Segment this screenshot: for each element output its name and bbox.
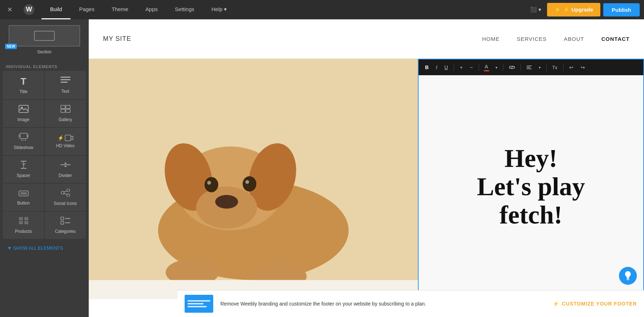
svg-rect-38 — [61, 217, 64, 220]
tab-build[interactable]: Build — [42, 0, 70, 19]
title-icon: T — [21, 76, 26, 87]
gallery-icon — [60, 105, 70, 115]
button-icon — [19, 189, 29, 198]
text-editor-panel[interactable]: B I U + − A ▾ — [418, 59, 644, 299]
nav-services[interactable]: SERVICES — [517, 36, 547, 42]
svg-point-48 — [215, 195, 238, 208]
svg-rect-9 — [66, 105, 70, 109]
toolbar-plus[interactable]: + — [457, 62, 465, 72]
nav-home[interactable]: HOME — [482, 36, 500, 42]
toolbar-bold[interactable]: B — [422, 62, 431, 72]
svg-rect-12 — [20, 133, 27, 139]
hd-video-label: HD Video — [56, 143, 74, 148]
toolbar-separator-5 — [546, 64, 547, 71]
new-badge: NEW — [5, 44, 17, 49]
publish-button[interactable]: Publish — [603, 3, 640, 16]
svg-point-50 — [243, 176, 256, 192]
element-hd-video[interactable]: ⚡ HD Video — [45, 128, 86, 155]
svg-marker-25 — [64, 162, 67, 164]
device-selector[interactable]: ⬛ ▾ — [525, 6, 547, 13]
color-indicator — [484, 70, 489, 71]
footer-lightning-icon: ⚡ — [553, 301, 559, 307]
tab-settings[interactable]: Settings — [166, 0, 203, 19]
categories-icon — [60, 217, 70, 227]
svg-rect-4 — [60, 79, 70, 80]
sidebar-section-item[interactable]: NEW Section — [0, 19, 89, 60]
svg-rect-3 — [60, 77, 70, 78]
site-header: MY SITE HOME SERVICES ABOUT CONTACT — [89, 19, 644, 59]
title-label: Title — [19, 89, 27, 94]
image-label: Image — [18, 117, 29, 122]
toolbar-color-chevron[interactable]: ▾ — [493, 63, 500, 72]
toolbar-align[interactable] — [524, 63, 535, 72]
svg-rect-60 — [627, 279, 629, 280]
toolbar-undo[interactable]: ↩ — [566, 62, 576, 72]
element-spacer[interactable]: Spacer — [3, 156, 44, 183]
element-divider[interactable]: Divider — [45, 156, 86, 183]
element-slideshow[interactable]: Slideshow — [3, 128, 44, 155]
social-icons-label: Social Icons — [54, 201, 77, 206]
element-social-icons[interactable]: Social Icons — [45, 184, 86, 211]
tab-theme[interactable]: Theme — [103, 0, 137, 19]
hero-section: B I U + − A ▾ — [89, 59, 644, 299]
toolbar-color[interactable]: A — [482, 62, 491, 73]
tab-apps[interactable]: Apps — [137, 0, 166, 19]
tab-help[interactable]: Help ▾ — [203, 0, 235, 19]
footer-message: Remove Weebly branding and customize the… — [220, 301, 546, 307]
element-image[interactable]: Image — [3, 100, 44, 127]
show-all-elements-button[interactable]: ▼ SHOW ALL ELEMENTS — [0, 240, 89, 256]
element-title[interactable]: T Title — [3, 71, 44, 99]
lightbulb-button[interactable] — [619, 267, 637, 285]
main-layout: NEW Section INDIVIDUAL ELEMENTS T Title — [0, 19, 644, 317]
element-button[interactable]: Button — [3, 184, 44, 211]
element-gallery[interactable]: Gallery — [45, 100, 86, 127]
svg-line-32 — [64, 191, 67, 192]
customize-footer-button[interactable]: ⚡ CUSTOMIZE YOUR FOOTER — [553, 301, 637, 307]
spacer-label: Spacer — [16, 173, 30, 178]
toolbar-clear-format[interactable]: Tx — [550, 63, 560, 72]
svg-rect-5 — [60, 82, 68, 83]
toolbar-align-chevron[interactable]: ▾ — [536, 63, 543, 72]
svg-rect-36 — [19, 221, 23, 224]
toolbar-redo[interactable]: ↪ — [578, 62, 588, 72]
toolbar-minus[interactable]: − — [467, 62, 475, 72]
toolbar-italic[interactable]: I — [433, 62, 440, 72]
categories-label: Categories — [55, 229, 75, 234]
footer-bar: Remove Weebly branding and customize the… — [177, 290, 644, 317]
social-icons-icon — [60, 189, 70, 199]
toolbar-separator-1 — [454, 64, 454, 71]
toolbar-separator-3 — [503, 64, 503, 71]
element-categories[interactable]: Categories — [45, 212, 86, 239]
canvas: MY SITE HOME SERVICES ABOUT CONTACT — [89, 19, 644, 317]
text-content-area[interactable]: Hey! Let's play fetch! — [419, 75, 643, 298]
close-button[interactable]: ✕ — [0, 0, 19, 19]
svg-rect-13 — [19, 134, 20, 138]
elements-grid: T Title Text Image Gallery — [0, 71, 89, 239]
toolbar-underline[interactable]: U — [441, 62, 451, 72]
nav-about[interactable]: ABOUT — [564, 36, 584, 42]
hero-image[interactable] — [89, 59, 418, 299]
svg-point-17 — [25, 140, 26, 141]
customize-footer-label: CUSTOMIZE YOUR FOOTER — [562, 301, 637, 307]
svg-rect-10 — [61, 109, 65, 112]
toolbar-link[interactable] — [506, 63, 518, 72]
nav-contact[interactable]: CONTACT — [601, 36, 630, 42]
device-icon: ⬛ — [530, 6, 537, 13]
tab-pages[interactable]: Pages — [70, 0, 103, 19]
upgrade-label: ⚡ Upgrade — [563, 6, 593, 13]
slideshow-label: Slideshow — [14, 145, 33, 150]
element-products[interactable]: Products — [3, 212, 44, 239]
site-logo: MY SITE — [103, 35, 131, 43]
toolbar-separator-4 — [521, 64, 521, 71]
hero-text-line1: Hey! — [504, 144, 557, 173]
toolbar-separator-6 — [563, 64, 564, 71]
element-text[interactable]: Text — [45, 71, 86, 99]
svg-rect-28 — [20, 192, 27, 194]
svg-point-52 — [245, 180, 249, 184]
svg-point-30 — [67, 189, 70, 192]
slideshow-icon — [18, 133, 29, 143]
upgrade-button[interactable]: ⚡ ⚡ Upgrade — [547, 3, 600, 16]
hd-video-icon: ⚡ — [58, 135, 73, 141]
svg-rect-18 — [65, 135, 71, 141]
svg-rect-2 — [34, 31, 54, 40]
